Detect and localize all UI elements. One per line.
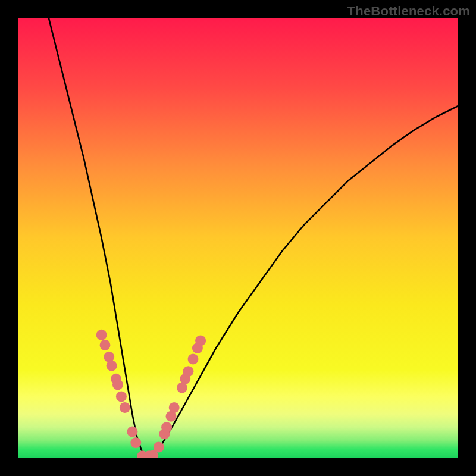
data-markers: [96, 330, 206, 458]
data-marker: [188, 354, 199, 365]
data-marker: [183, 366, 193, 377]
data-marker: [112, 379, 123, 390]
data-marker: [107, 361, 117, 371]
data-marker: [120, 402, 130, 413]
data-marker: [96, 330, 107, 340]
data-marker: [154, 442, 164, 453]
watermark-text: TheBottleneck.com: [347, 4, 470, 19]
data-marker: [100, 340, 111, 350]
chart-svg: [18, 18, 458, 458]
data-marker: [130, 437, 141, 448]
data-marker: [195, 335, 206, 346]
data-marker: [116, 391, 127, 402]
data-marker: [127, 427, 137, 437]
data-marker: [169, 402, 180, 413]
data-marker: [161, 422, 172, 433]
bottleneck-curve: [49, 18, 458, 456]
